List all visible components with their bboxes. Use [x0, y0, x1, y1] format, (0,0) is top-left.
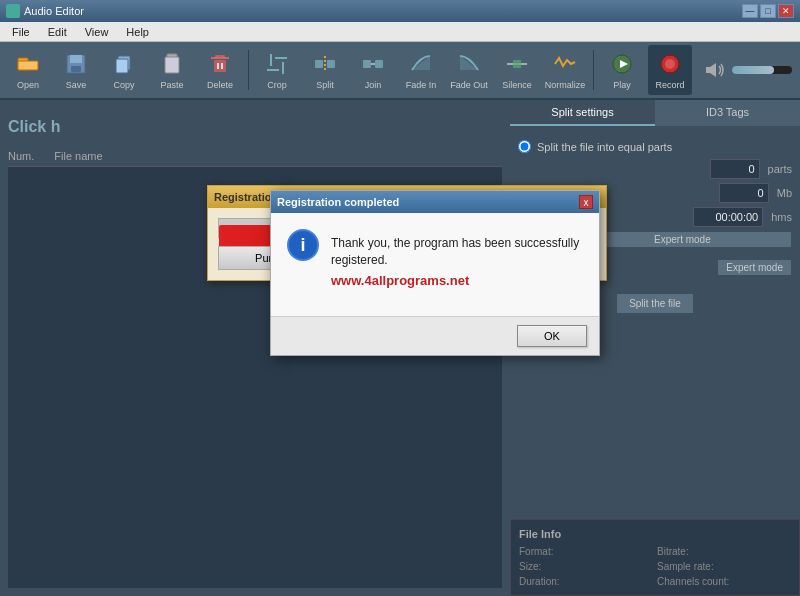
toolbar-separator-2 — [593, 50, 594, 90]
parts-input[interactable] — [710, 159, 760, 179]
crop-button[interactable]: Crop — [255, 45, 299, 95]
svg-rect-20 — [375, 60, 383, 68]
fade-out-label: Fade Out — [450, 80, 488, 90]
success-footer: OK — [271, 316, 599, 355]
title-bar: Audio Editor — □ ✕ — [0, 0, 800, 22]
col-num: Num. — [8, 150, 34, 162]
play-label: Play — [613, 80, 631, 90]
split-button[interactable]: Split — [303, 45, 347, 95]
main-window: Audio Editor — □ ✕ File Edit View Help O… — [0, 0, 800, 596]
equal-parts-row: Split the file into equal parts — [518, 140, 792, 153]
play-icon — [608, 50, 636, 78]
fade-out-button[interactable]: Fade Out — [447, 45, 491, 95]
record-label: Record — [655, 80, 684, 90]
menu-file[interactable]: File — [4, 24, 38, 40]
fade-in-label: Fade In — [406, 80, 437, 90]
svg-rect-25 — [513, 60, 521, 68]
play-button[interactable]: Play — [600, 45, 644, 95]
channels-label: Channels count: — [657, 576, 791, 587]
file-info-grid: Format: Bitrate: Size: Sample rate: Dura… — [519, 546, 791, 587]
svg-rect-3 — [70, 55, 82, 63]
svg-rect-9 — [214, 60, 226, 72]
close-button[interactable]: ✕ — [778, 4, 794, 18]
svg-rect-4 — [71, 66, 81, 72]
svg-marker-22 — [412, 56, 430, 70]
menu-bar: File Edit View Help — [0, 22, 800, 42]
join-icon — [359, 50, 387, 78]
bitrate-label: Bitrate: — [657, 546, 791, 557]
open-icon — [14, 50, 42, 78]
size-input[interactable] — [719, 183, 769, 203]
menu-help[interactable]: Help — [118, 24, 157, 40]
copy-button[interactable]: Copy — [102, 45, 146, 95]
split-label: Split — [316, 80, 334, 90]
split-file-button[interactable]: Split the file — [616, 293, 694, 314]
crop-label: Crop — [267, 80, 287, 90]
duration-unit: hms — [771, 211, 792, 223]
svg-point-29 — [665, 59, 675, 69]
info-icon: i — [287, 229, 319, 261]
success-title-bar: Registration completed x — [271, 191, 599, 213]
svg-rect-19 — [363, 60, 371, 68]
split-icon — [311, 50, 339, 78]
svg-marker-23 — [460, 56, 478, 70]
watermark-url: www.4allprograms.net — [331, 273, 583, 288]
ok-button[interactable]: OK — [517, 325, 587, 347]
title-bar-controls: — □ ✕ — [742, 4, 794, 18]
record-icon — [656, 50, 684, 78]
expert-mode-btn-2[interactable]: Expert mode — [717, 259, 792, 276]
app-icon — [6, 4, 20, 18]
join-button[interactable]: Join — [351, 45, 395, 95]
volume-slider[interactable] — [732, 66, 792, 74]
menu-edit[interactable]: Edit — [40, 24, 75, 40]
svg-marker-30 — [706, 63, 716, 77]
duration-input[interactable] — [693, 207, 763, 227]
tab-id3-tags[interactable]: ID3 Tags — [655, 100, 800, 126]
silence-icon — [503, 50, 531, 78]
tab-split-settings[interactable]: Split settings — [510, 100, 655, 126]
delete-button[interactable]: Delete — [198, 45, 242, 95]
normalize-label: Normalize — [545, 80, 586, 90]
svg-rect-17 — [327, 60, 335, 68]
success-text-block: Thank you, the program has been successf… — [331, 229, 583, 288]
equal-parts-radio[interactable] — [518, 140, 531, 153]
file-list-header: Num. File name — [8, 146, 502, 167]
file-info-title: File Info — [519, 528, 791, 540]
paste-button[interactable]: Paste — [150, 45, 194, 95]
size-unit: Mb — [777, 187, 792, 199]
equal-parts-label: Split the file into equal parts — [537, 141, 672, 153]
minimize-button[interactable]: — — [742, 4, 758, 18]
join-label: Join — [365, 80, 382, 90]
title-bar-left: Audio Editor — [6, 4, 84, 18]
success-message: Thank you, the program has been successf… — [331, 229, 583, 269]
save-button[interactable]: Save — [54, 45, 98, 95]
volume-area — [700, 56, 792, 84]
silence-button[interactable]: Silence — [495, 45, 539, 95]
open-button[interactable]: Open — [6, 45, 50, 95]
volume-fill — [732, 66, 774, 74]
col-name: File name — [54, 150, 102, 162]
success-close-button[interactable]: x — [579, 195, 593, 209]
copy-icon — [110, 50, 138, 78]
menu-view[interactable]: View — [77, 24, 117, 40]
fade-in-button[interactable]: Fade In — [399, 45, 443, 95]
toolbar-separator-1 — [248, 50, 249, 90]
open-label: Open — [17, 80, 39, 90]
save-icon — [62, 50, 90, 78]
size-label: Size: — [519, 561, 653, 572]
svg-rect-1 — [18, 61, 38, 70]
fade-in-icon — [407, 50, 435, 78]
toolbar: Open Save Copy — [0, 42, 800, 100]
success-content: i Thank you, the program has been succes… — [287, 229, 583, 288]
sample-rate-label: Sample rate: — [657, 561, 791, 572]
file-info-section: File Info Format: Bitrate: Size: Sample … — [510, 519, 800, 596]
record-button[interactable]: Record — [648, 45, 692, 95]
click-here-label: Click h — [8, 118, 502, 136]
duration-label: Duration: — [519, 576, 653, 587]
svg-rect-16 — [315, 60, 323, 68]
format-label: Format: — [519, 546, 653, 557]
tabs-row: Split settings ID3 Tags — [510, 100, 800, 126]
normalize-button[interactable]: Normalize — [543, 45, 587, 95]
maximize-button[interactable]: □ — [760, 4, 776, 18]
copy-label: Copy — [113, 80, 134, 90]
